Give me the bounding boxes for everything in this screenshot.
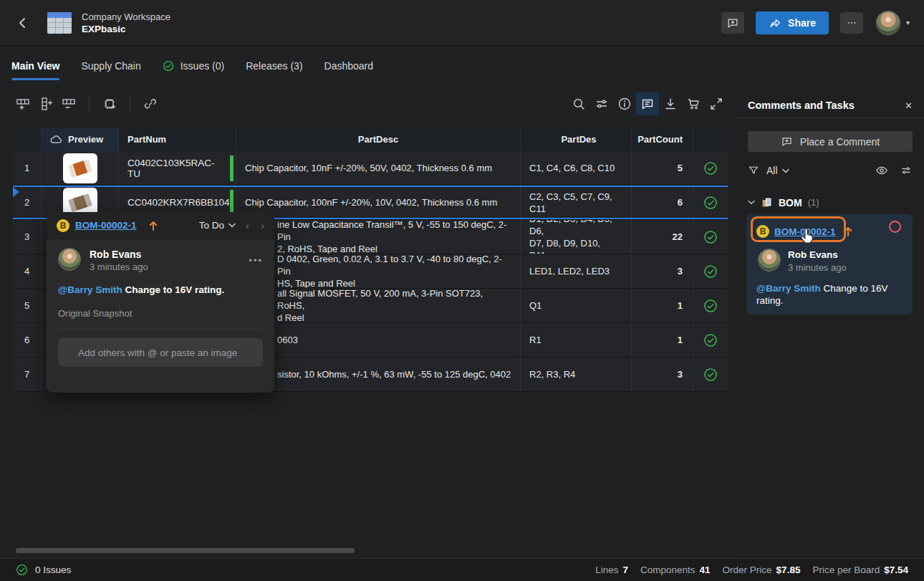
row-status — [693, 220, 728, 254]
author-name: Rob Evans — [90, 248, 148, 261]
view-options-button[interactable] — [590, 92, 613, 115]
tab-supply-chain[interactable]: Supply Chain — [81, 46, 140, 86]
share-icon — [769, 16, 781, 29]
part-count-cell: 1 — [632, 323, 693, 357]
user-avatar[interactable] — [876, 11, 900, 35]
status-dropdown[interactable]: To Do — [199, 220, 236, 231]
row-status — [693, 323, 728, 357]
filter-all-dropdown[interactable]: All — [766, 165, 789, 176]
more-options-button[interactable]: ⋯ — [840, 12, 863, 34]
horizontal-scrollbar[interactable] — [16, 548, 355, 553]
prev-comment-button[interactable]: ‹ — [246, 219, 249, 231]
close-panel-button[interactable]: ✕ — [905, 100, 913, 111]
add-component-button[interactable] — [98, 92, 121, 115]
bom-group-row[interactable]: BOM (1) — [748, 196, 913, 208]
column-label: PartCount — [637, 134, 683, 145]
part-desc-cell: sistor, 10 kOhms, +/-1 %, 63 mW, -55 to … — [236, 357, 521, 391]
new-comment-button[interactable] — [721, 12, 744, 34]
partdes-column-header[interactable]: PartDes — [521, 128, 632, 151]
shopping-cart-icon — [686, 97, 701, 111]
back-button[interactable] — [14, 14, 32, 32]
remove-row-button[interactable] — [57, 92, 80, 115]
author-avatar — [58, 248, 81, 271]
place-comment-label: Place a Comment — [800, 136, 880, 148]
chevron-left-icon — [16, 16, 30, 30]
row-number: 5 — [13, 289, 42, 322]
partnum-column-header[interactable]: PartNum — [119, 128, 236, 151]
chevron-down-icon — [782, 168, 789, 173]
funnel-icon — [748, 165, 759, 176]
table-row-plus-icon — [15, 96, 31, 112]
preview-column-header[interactable]: Preview — [42, 128, 119, 151]
workspace-logo-icon — [47, 12, 72, 34]
row-number-header — [13, 128, 42, 151]
comments-button[interactable] — [636, 92, 659, 115]
partcount-column-header[interactable]: PartCount — [632, 128, 693, 151]
original-snapshot-link[interactable]: Original Snapshot — [58, 308, 263, 319]
part-number-cell: C0402C103K5RAC-TU — [119, 151, 236, 185]
part-count-cell: 1 — [632, 289, 693, 322]
tab-issues[interactable]: Issues (0) — [163, 46, 224, 86]
partdesc-column-header[interactable]: PartDesc — [236, 128, 521, 151]
share-button[interactable]: Share — [756, 11, 829, 34]
column-label: PartNum — [127, 134, 166, 145]
column-label: Preview — [68, 134, 103, 145]
cloud-icon — [50, 135, 62, 144]
chevron-down-icon — [228, 223, 236, 228]
comment-ref-link[interactable]: BOM-00002-1 — [75, 220, 137, 231]
part-count-cell: 3 — [632, 357, 693, 391]
mention-link[interactable]: @Barry Smith — [756, 283, 821, 294]
unresolved-status-icon[interactable] — [889, 221, 901, 233]
comment-popup-header: B BOM-00002-1 To Do ‹ › — [47, 212, 274, 239]
tab-main-view[interactable]: Main View — [11, 46, 59, 86]
comment-author: Rob Evans 3 minutes ago — [58, 248, 263, 274]
part-count-cell: 6 — [632, 186, 693, 219]
row-status — [693, 289, 728, 322]
tab-releases[interactable]: Releases (3) — [246, 46, 302, 86]
unlink-button[interactable] — [139, 92, 162, 115]
issues-status[interactable]: 0 Issues — [16, 564, 71, 576]
info-button[interactable] — [613, 92, 636, 115]
eye-icon[interactable] — [875, 165, 888, 176]
circle-check-icon — [703, 368, 718, 382]
cart-button[interactable] — [682, 92, 705, 115]
table-row[interactable]: 1 C0402C103K5RAC-TU Chip Capacitor, 10nF… — [13, 151, 728, 186]
filter-options-icon[interactable] — [900, 165, 913, 176]
tab-dashboard[interactable]: Dashboard — [324, 46, 374, 86]
tab-bar: Main View Supply Chain Issues (0) Releas… — [0, 46, 924, 86]
row-number: 3 — [13, 220, 42, 254]
part-desc-cell: Chip Capacitor, 10nF +/-20%, 50V, 0402, … — [236, 151, 521, 185]
workspace-name: Company Workspace — [82, 11, 170, 23]
comment-more-button[interactable]: ••• — [249, 255, 263, 266]
bom-badge: B — [756, 225, 769, 238]
chevron-down-icon[interactable] — [748, 200, 755, 205]
place-comment-button[interactable]: Place a Comment — [748, 131, 913, 152]
download-icon — [663, 97, 678, 111]
fullscreen-button[interactable] — [705, 92, 728, 115]
grid-toolbar — [11, 90, 162, 117]
stat-price-per-board: Price per Board$7.54 — [812, 565, 908, 575]
stat-order-price: Order Price$7.85 — [723, 565, 801, 575]
part-count-cell: 5 — [632, 151, 693, 185]
author-name: Rob Evans — [788, 249, 847, 261]
capacitor-image — [67, 158, 92, 177]
broken-link-icon — [143, 96, 158, 112]
comment-card[interactable]: B BOM-00002-1 Rob Evans 3 minutes ago @B… — [746, 214, 913, 314]
reply-input[interactable] — [58, 338, 263, 367]
status-column-header — [693, 128, 728, 151]
user-menu-caret-icon[interactable]: ▾ — [906, 19, 910, 27]
next-comment-button[interactable]: › — [261, 219, 264, 231]
add-column-button[interactable] — [34, 92, 57, 115]
search-button[interactable] — [567, 92, 590, 115]
capacitor-image — [67, 193, 92, 211]
comment-plus-icon — [726, 16, 739, 29]
mention-link[interactable]: @Barry Smith — [58, 284, 122, 295]
comment-text: @Barry Smith Change to 16V rating. — [756, 282, 905, 307]
comment-body-text: Change to 16V rating. — [125, 284, 224, 295]
add-row-button[interactable] — [11, 92, 34, 115]
share-label: Share — [788, 17, 816, 29]
circle-check-icon — [16, 564, 28, 576]
top-bar: Company Workspace EXPbasic Share ⋯ ▾ — [0, 0, 924, 46]
part-desc-cell: Chip Capacitor, 100nF +/-20%, 10V, 0402,… — [236, 186, 521, 219]
download-button[interactable] — [659, 92, 682, 115]
